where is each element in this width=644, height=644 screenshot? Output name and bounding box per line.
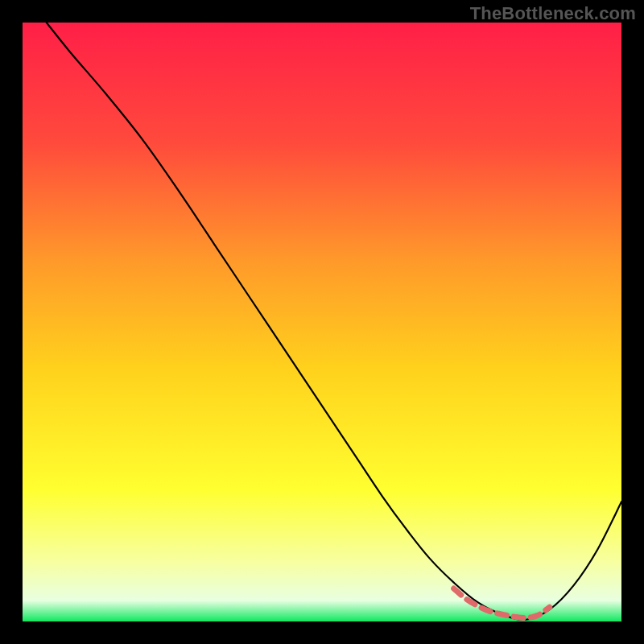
- chart-svg: [23, 23, 621, 621]
- watermark-text: TheBottleneck.com: [470, 3, 636, 24]
- plot-area: [23, 23, 621, 621]
- gradient-background: [23, 23, 621, 621]
- chart-container: TheBottleneck.com: [0, 0, 644, 644]
